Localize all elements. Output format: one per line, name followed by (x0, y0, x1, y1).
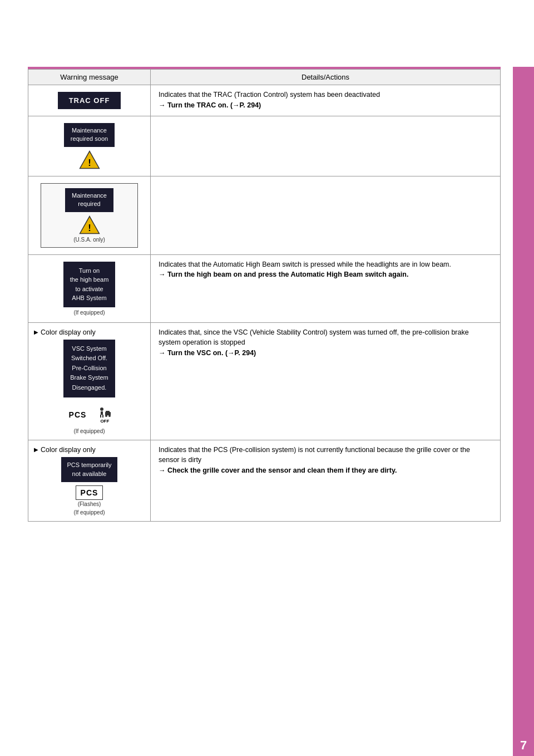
off-text: OFF (100, 419, 109, 424)
col-header-details: Details/Actions (151, 70, 501, 85)
ahb-display: Turn on the high beam to activate AHB Sy… (63, 262, 116, 307)
vsc-description: Indicates that, since the VSC (Vehicle S… (159, 328, 469, 347)
ahb-action: → Turn the high beam on and press the Au… (159, 271, 408, 278)
ahb-cell: Turn on the high beam to activate AHB Sy… (28, 254, 151, 322)
side-tab-number: 7 (520, 738, 527, 753)
pcs-icons-row: PCS (34, 404, 145, 426)
maintenance-required-cell: Maintenance required ! (U.S.A. only) (28, 176, 151, 254)
vsc-details: Indicates that, since the VSC (Vehicle S… (151, 322, 501, 440)
ahb-details: Indicates that the Automatic High Beam s… (151, 254, 501, 322)
svg-point-12 (108, 415, 111, 417)
svg-point-5 (100, 408, 103, 411)
table-row: Maintenance required ! (U.S.A. only) (28, 176, 501, 254)
table-row: Turn on the high beam to activate AHB Sy… (28, 254, 501, 322)
pcs-temp-action: → Check the grille cover and the sensor … (159, 467, 397, 474)
svg-text:!: ! (88, 223, 91, 233)
vsc-cell: Color display only VSC System Switched O… (28, 322, 151, 440)
off-icon: OFF (94, 404, 115, 426)
trac-off-cell: TRAC OFF (28, 85, 151, 116)
vsc-action: → Turn the VSC on. (→P. 294) (159, 349, 256, 357)
maintenance-required-display: Maintenance required (65, 188, 113, 212)
trac-off-action: → Turn the TRAC on. (→P. 294) (159, 101, 261, 109)
maintenance-required-details (151, 176, 501, 254)
maintenance-soon-details (151, 116, 501, 176)
pcs-label: PCS (63, 407, 92, 423)
svg-rect-6 (101, 411, 103, 415)
pcs-box-white: PCS (76, 485, 103, 500)
page-container: 7 When trouble arises Warning message De… (0, 67, 534, 756)
maintenance-required-inner: Maintenance required ! (U.S.A. only) (41, 183, 138, 248)
pcs-if-equipped: (If equipped) (34, 509, 145, 516)
warning-triangle-icon: ! (79, 150, 100, 169)
pcs-temp-cell: Color display only PCS temporarily not a… (28, 440, 151, 521)
warning-triangle-icon-2: ! (79, 215, 100, 234)
table-row: Maintenance required soon ! (28, 116, 501, 176)
ahb-if-equipped: (If equipped) (34, 310, 145, 316)
svg-text:!: ! (88, 158, 91, 168)
svg-rect-7 (100, 415, 101, 418)
color-display-only-label: Color display only (34, 328, 145, 336)
maintenance-soon-cell: Maintenance required soon ! (28, 116, 151, 176)
trac-off-display: TRAC OFF (58, 92, 121, 109)
ahb-description: Indicates that the Automatic High Beam s… (159, 261, 451, 268)
flashes-label: (Flashes) (34, 501, 145, 507)
pcs-box-container: PCS (34, 485, 145, 501)
color-display-only-label-2: Color display only (34, 446, 145, 454)
side-tab: 7 When trouble arises (513, 67, 534, 756)
table-row: TRAC OFF Indicates that the TRAC (Tracti… (28, 85, 501, 116)
warning-table: Warning message Details/Actions TRAC OFF… (28, 69, 501, 522)
table-row: Color display only VSC System Switched O… (28, 322, 501, 440)
table-row: Color display only PCS temporarily not a… (28, 440, 501, 521)
collision-off-icon (97, 406, 112, 419)
vsc-display: VSC System Switched Off. Pre-Collision B… (63, 340, 115, 397)
vsc-if-equipped: (If equipped) (34, 428, 145, 434)
pcs-temp-display: PCS temporarily not available (61, 457, 117, 482)
svg-rect-10 (106, 411, 110, 413)
content-area: Warning message Details/Actions TRAC OFF… (28, 69, 501, 544)
svg-rect-8 (102, 415, 103, 418)
maintenance-soon-display: Maintenance required soon (64, 123, 115, 147)
pcs-temp-description: Indicates that the PCS (Pre-collision sy… (159, 446, 470, 464)
pcs-temp-details: Indicates that the PCS (Pre-collision sy… (151, 440, 501, 521)
svg-point-11 (105, 415, 107, 417)
trac-off-details: Indicates that the TRAC (Traction Contro… (151, 85, 501, 116)
trac-off-description: Indicates that the TRAC (Traction Contro… (159, 91, 380, 99)
col-header-warning: Warning message (28, 70, 151, 85)
usa-only-label: (U.S.A. only) (46, 237, 133, 243)
